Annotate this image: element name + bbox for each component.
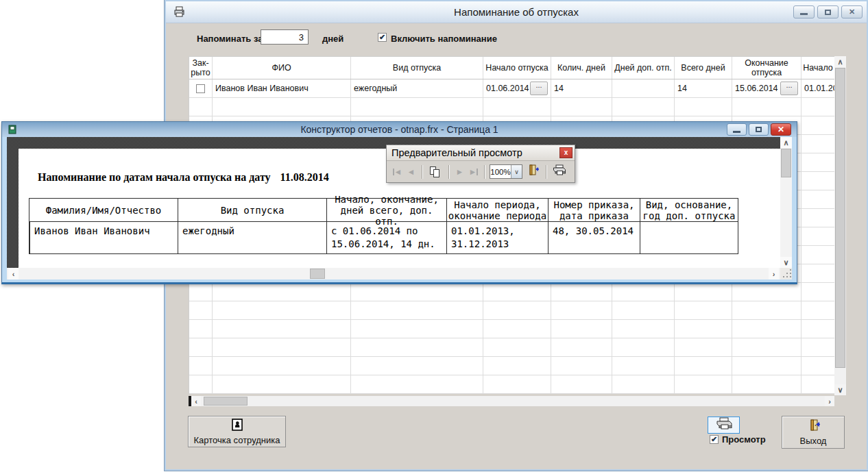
separator [546, 165, 546, 179]
close-icon[interactable]: ✕ [841, 5, 863, 18]
empty-cell [351, 320, 483, 338]
empty-cell [213, 283, 351, 301]
report-col-vacation-type: Вид отпуска [178, 199, 326, 222]
empty-cell [801, 172, 835, 190]
scroll-right-icon[interactable]: › [825, 396, 834, 406]
preview-checkbox-label: Просмотр [722, 434, 766, 445]
table-vertical-scrollbar[interactable]: ∧ ∨ [834, 56, 846, 395]
report-window-icon [8, 125, 17, 134]
printer-icon [553, 164, 566, 179]
window-controls: ✕ [793, 5, 863, 18]
exit-button[interactable]: Выход [782, 416, 845, 449]
table-row[interactable]: Иванов Иван Иванович ежегодный 01.06.201… [189, 79, 834, 98]
row-days-cell[interactable]: 14 [551, 79, 612, 97]
end-date-picker-button[interactable]: ... [780, 82, 798, 95]
row-period-start-cell[interactable]: 01.01.2013 [801, 79, 835, 97]
scroll-down-icon[interactable]: ∨ [834, 384, 846, 395]
close-preview-button[interactable] [525, 164, 541, 179]
table-row [189, 320, 834, 338]
row-closed-cell [189, 79, 213, 97]
employee-card-button[interactable]: Карточка сотрудника [188, 416, 286, 447]
pages-icon [429, 166, 442, 178]
empty-cell [612, 375, 675, 393]
row-fio-cell[interactable]: Иванов Иван Иванович [213, 79, 351, 97]
vertical-scroll-thumb[interactable] [835, 68, 845, 368]
column-header-start[interactable]: Начало отпуска [483, 57, 551, 79]
report-horizontal-scrollbar[interactable]: ‹ › [7, 268, 780, 280]
row-extra-days-cell[interactable] [612, 79, 675, 97]
maximize-icon[interactable] [817, 5, 839, 18]
previous-page-button[interactable]: ◄ [405, 165, 417, 179]
print-button[interactable] [551, 164, 568, 179]
scroll-up-icon[interactable]: ∧ [780, 137, 792, 148]
empty-cell [213, 375, 351, 393]
horizontal-scroll-thumb[interactable] [310, 269, 325, 279]
empty-cell [189, 338, 213, 356]
close-icon[interactable]: x [559, 147, 572, 158]
empty-cell [801, 283, 835, 301]
zoom-value: 100% [490, 165, 511, 178]
close-glyph: ✕ [849, 8, 855, 16]
preview-toolbar-titlebar[interactable]: Предварительный просмотр x [387, 145, 575, 161]
start-date-picker-button[interactable]: ... [530, 82, 548, 95]
report-col-period: Начало периода, окончание периода [446, 199, 548, 222]
next-page-button[interactable]: ► [454, 165, 466, 179]
days-label: дней [322, 34, 343, 44]
empty-cell [213, 301, 351, 319]
preview-toolbar-title: Предварительный просмотр [391, 147, 522, 158]
minimize-icon[interactable] [793, 5, 815, 18]
enable-reminder-checkbox[interactable]: ✔ [378, 33, 387, 42]
empty-cell [189, 283, 213, 301]
maximize-icon[interactable] [749, 123, 769, 136]
minimize-icon[interactable] [727, 123, 747, 136]
zoom-select[interactable]: 100% ∨ [490, 164, 522, 179]
column-header-extra-days[interactable]: Дней доп. отп. [612, 57, 675, 79]
column-header-fio[interactable]: ФИО [213, 57, 351, 79]
horizontal-scroll-thumb[interactable] [204, 397, 248, 406]
row-total-days-cell[interactable]: 14 [675, 79, 732, 97]
scroll-right-icon[interactable]: › [769, 268, 779, 280]
column-header-days[interactable]: Колич. дней [551, 57, 612, 79]
scroll-left-icon[interactable]: ‹ [191, 396, 201, 406]
column-header-closed[interactable]: Зак- рыто [189, 57, 213, 79]
preview-checkbox[interactable]: ✔ [710, 435, 719, 444]
next-page-icon: ► [456, 167, 464, 177]
empty-cell [801, 190, 835, 208]
closed-checkbox[interactable] [196, 84, 205, 93]
chevron-down-icon[interactable]: ∨ [511, 165, 522, 178]
empty-cell [675, 338, 732, 356]
print-button[interactable] [708, 417, 740, 434]
report-vertical-scrollbar[interactable]: ∧ ∨ [780, 137, 792, 268]
preview-toolbar: Предварительный просмотр x ◄ ◄ ► ► 100% … [386, 145, 575, 183]
empty-cell [351, 357, 483, 375]
empty-cell [189, 301, 213, 319]
remind-days-input[interactable]: 3 [261, 29, 309, 45]
table-horizontal-scrollbar[interactable]: ‹ › [189, 396, 834, 406]
empty-cell [351, 375, 483, 393]
resize-grip[interactable] [780, 268, 792, 280]
report-window-titlebar[interactable]: Конструктор отчетов - otnap.frx - Страни… [2, 122, 797, 137]
empty-cell [801, 135, 835, 153]
close-icon[interactable]: ✕ [771, 123, 791, 136]
employee-card-label: Карточка сотрудника [193, 435, 280, 445]
scroll-left-icon[interactable]: ‹ [8, 268, 19, 280]
vertical-scroll-thumb[interactable] [781, 149, 791, 177]
table-row [189, 283, 834, 301]
row-vacation-type-cell[interactable]: ежегодный [351, 79, 483, 97]
row-end-date-cell[interactable]: 15.06.2014... [732, 79, 801, 97]
start-date-value: 01.06.2014 [486, 84, 529, 93]
empty-cell [675, 301, 732, 319]
column-header-end[interactable]: Окончание отпуска [732, 57, 801, 79]
column-header-vacation-type[interactable]: Вид отпуска [351, 57, 483, 79]
column-header-period-start[interactable]: Начало [801, 57, 835, 79]
scroll-down-icon[interactable]: ∨ [780, 257, 792, 268]
main-window-titlebar[interactable]: Напоминание об отпусках ✕ [166, 1, 867, 23]
empty-cell [213, 357, 351, 375]
first-page-button[interactable]: ◄ [391, 165, 403, 179]
empty-cell [801, 153, 835, 171]
column-header-total-days[interactable]: Всего дней [675, 57, 732, 79]
row-start-date-cell[interactable]: 01.06.2014... [483, 79, 551, 97]
last-page-button[interactable]: ► [468, 165, 479, 179]
scroll-up-icon[interactable]: ∧ [834, 56, 846, 67]
pages-button[interactable] [427, 164, 444, 179]
